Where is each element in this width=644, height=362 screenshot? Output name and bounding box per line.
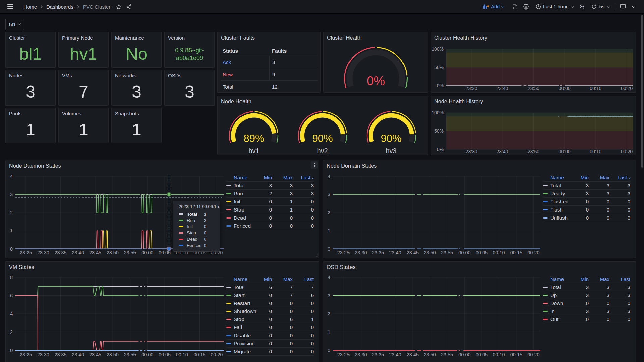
- tooltip-row-run: Run3: [179, 217, 215, 224]
- legend-series-name[interactable]: Fenced: [234, 223, 251, 229]
- y-axis-label: 2: [10, 329, 13, 335]
- share-icon[interactable]: [124, 2, 134, 12]
- legend-col-max[interactable]: Max: [272, 175, 293, 180]
- legend-series-name[interactable]: Shutdown: [234, 308, 251, 314]
- stat-label: Volumes: [62, 111, 82, 116]
- legend-series-last: 3: [609, 292, 630, 298]
- legend-series-name[interactable]: Init: [234, 199, 251, 204]
- legend-series-last: 3: [293, 191, 314, 196]
- legend-series-last: 7: [293, 284, 314, 290]
- menu-toggle-icon[interactable]: [5, 2, 15, 12]
- panel-vm-states: VM States0246823:2523:3023:3523:4023:452…: [5, 261, 319, 362]
- panel-cluster-health-history: Cluster Health History0%50%100%23:3023:4…: [431, 32, 636, 93]
- x-axis-label: 23:40: [72, 250, 84, 255]
- add-button[interactable]: Add: [481, 2, 506, 12]
- legend-series-name[interactable]: Total: [550, 183, 568, 188]
- sort-caret-icon: [628, 177, 631, 179]
- legend-series-name[interactable]: Stop: [234, 207, 251, 213]
- breadcrumb-home[interactable]: Home: [23, 4, 37, 10]
- legend-col-last[interactable]: Last: [293, 276, 314, 282]
- legend-series-min: 0: [568, 207, 589, 213]
- legend-series-name[interactable]: Total: [234, 284, 251, 290]
- legend-series-name[interactable]: Up: [550, 292, 568, 298]
- legend-series-name[interactable]: Start: [234, 292, 251, 298]
- stat-panel-vms: VMs7: [58, 70, 109, 106]
- refresh-picker[interactable]: 5s: [589, 2, 612, 12]
- panel-menu-button[interactable]: [311, 161, 318, 169]
- chevron-down-icon: [501, 4, 505, 8]
- legend-col-max[interactable]: Max: [589, 276, 609, 282]
- legend-col-name[interactable]: Name: [550, 175, 568, 180]
- legend-series-max: 3: [589, 191, 609, 196]
- x-axis-label: 00:00: [141, 250, 153, 255]
- legend-series-max: 3: [589, 292, 609, 298]
- zoom-out-icon[interactable]: [577, 2, 587, 12]
- legend-series-name[interactable]: Down: [550, 300, 568, 306]
- faults-status-cell[interactable]: New: [221, 72, 269, 77]
- legend-series-name[interactable]: Fail: [234, 324, 251, 330]
- stat-label: Primary Node: [62, 35, 93, 41]
- x-axis-label: 00:10: [493, 250, 505, 255]
- legend-col-min[interactable]: Min: [568, 276, 589, 282]
- legend-series-name[interactable]: Total: [550, 284, 568, 290]
- legend-col-last[interactable]: Last: [609, 175, 630, 180]
- panel-resize-handle[interactable]: [316, 254, 318, 257]
- tv-kiosk-icon[interactable]: [618, 2, 628, 12]
- legend-swatch-wrap: [226, 335, 234, 336]
- legend-col-max[interactable]: Max: [272, 276, 293, 282]
- legend-series-swatch: [226, 351, 231, 352]
- legend-series-name[interactable]: Total: [234, 183, 251, 188]
- legend-col-name[interactable]: Name: [550, 276, 568, 282]
- legend-series-name[interactable]: Out: [550, 316, 568, 322]
- legend-col-min[interactable]: Min: [251, 175, 272, 180]
- scrollbar-thumb[interactable]: [641, 15, 643, 168]
- legend-col-min[interactable]: Min: [568, 175, 589, 180]
- time-range-picker[interactable]: Last 1 hour: [534, 2, 575, 12]
- legend-series-name[interactable]: Restart: [234, 300, 251, 306]
- legend-series-min: 0: [568, 316, 589, 322]
- legend-col-name[interactable]: Name: [234, 175, 251, 180]
- legend-series-name[interactable]: Stop: [234, 316, 251, 322]
- x-axis-label: 23:40: [496, 86, 508, 91]
- legend-series-min: 3: [568, 183, 589, 188]
- stat-value: 3: [6, 82, 55, 102]
- legend-series-name[interactable]: Flush: [550, 207, 568, 213]
- panel-node-daemon-states: Node Daemon States0123423:2523:3023:3523…: [5, 160, 319, 258]
- legend-series-name[interactable]: Migrate: [234, 349, 251, 354]
- hover-point: [167, 193, 171, 196]
- tooltip-series-value: 0: [201, 243, 206, 248]
- legend-series-name[interactable]: Unflush: [550, 215, 568, 221]
- panel-title: Node Health: [221, 99, 251, 105]
- legend-header: NameMinMaxLast: [543, 174, 630, 182]
- tooltip-series-swatch: [179, 245, 183, 246]
- breadcrumb-dashboards[interactable]: Dashboards: [46, 4, 73, 10]
- star-icon[interactable]: [114, 2, 124, 12]
- legend-series-name[interactable]: Dead: [234, 215, 251, 221]
- legend-col-min[interactable]: Min: [251, 276, 272, 282]
- stat-panel-networks: Networks3: [111, 70, 162, 106]
- faults-status-cell[interactable]: Ack: [221, 59, 269, 65]
- y-axis-label: 4: [10, 311, 13, 316]
- faults-value-cell: 3: [269, 56, 318, 68]
- panel-node-health: Node Health89%hv190%hv290%hv3: [217, 96, 428, 155]
- tooltip-series-name: Run: [187, 218, 201, 223]
- save-dashboard-icon[interactable]: [509, 2, 520, 12]
- stat-value: bl1: [6, 44, 55, 64]
- variable-cluster-value: bl1: [9, 22, 16, 27]
- legend-col-name[interactable]: Name: [234, 276, 251, 282]
- legend-swatch-wrap: [226, 351, 234, 352]
- legend-col-last[interactable]: Last: [293, 175, 314, 180]
- legend-series-name[interactable]: Provision: [234, 341, 251, 346]
- legend-series-name[interactable]: Ready: [550, 191, 568, 196]
- legend-series-name[interactable]: Run: [234, 191, 251, 196]
- legend-col-max[interactable]: Max: [589, 175, 609, 180]
- legend-series-name[interactable]: Disable: [234, 333, 251, 338]
- toolbar-expand-icon[interactable]: [629, 2, 639, 12]
- legend-series-name[interactable]: Flushed: [550, 199, 568, 204]
- settings-gear-icon[interactable]: [521, 2, 531, 12]
- legend-col-last[interactable]: Last: [609, 276, 630, 282]
- legend-series-name[interactable]: In: [550, 308, 568, 314]
- legend-row-start: Start076: [226, 291, 314, 299]
- legend-series-last: 0: [293, 349, 314, 354]
- variable-cluster-picker[interactable]: bl1: [5, 19, 24, 30]
